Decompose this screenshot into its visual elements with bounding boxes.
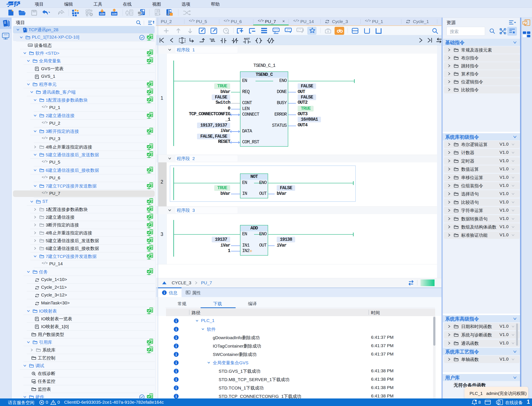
- svg-text:x: x: [38, 68, 39, 71]
- svg-text:x: x: [38, 319, 39, 321]
- svg-text:/*: /*: [287, 29, 290, 32]
- svg-text:x: x: [38, 76, 39, 79]
- svg-text:x: x: [38, 326, 39, 329]
- svg-text:1100: 1100: [100, 13, 105, 15]
- svg-text:NOT: NOT: [244, 37, 250, 40]
- svg-text:1100: 1100: [29, 44, 32, 46]
- svg-text:i: i: [164, 291, 165, 295]
- svg-text:/*: /*: [298, 29, 301, 32]
- svg-text:1100: 1100: [112, 13, 117, 15]
